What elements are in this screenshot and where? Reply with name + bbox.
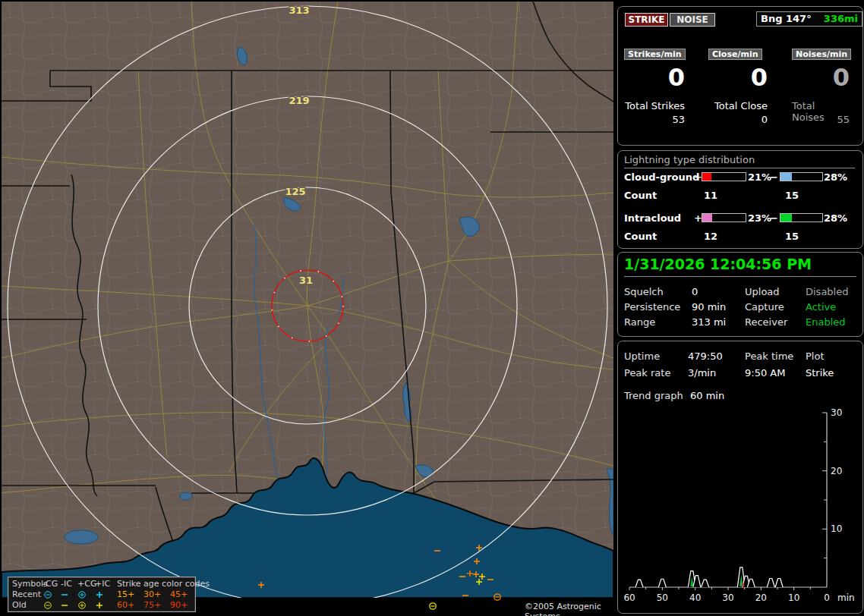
cg-minus-pct: 28% [824, 171, 847, 183]
strikes-rate: 0 [668, 64, 685, 90]
svg-text:50: 50 [657, 592, 668, 603]
cg-plus-bar [702, 172, 746, 181]
plot-label: Plot [806, 350, 825, 362]
peak-rate-value: 3/min [688, 367, 716, 379]
persistence-value: 90 min [692, 301, 726, 313]
ring-label-313: 313 [289, 5, 309, 16]
count-label: Count [624, 231, 657, 242]
age-code-30: 30+ [143, 590, 161, 599]
total-close-label: Total Close [714, 100, 768, 112]
total-strikes-label: Total Strikes [625, 100, 685, 112]
close-rate: 0 [751, 64, 768, 90]
plot-mode-value: Strike [806, 367, 834, 379]
peak-time-value: 9:50 AM [745, 367, 785, 379]
squelch-label: Squelch [624, 286, 664, 297]
receiver-label: Receiver [745, 316, 787, 328]
close-column: Close/min 0 Total Close 0 [708, 7, 768, 145]
circle-plus-icon [77, 590, 87, 599]
strikes-per-min-button[interactable]: Strikes/min [624, 49, 686, 60]
plus-icon [95, 590, 104, 599]
legend-ncg-header: -CG [43, 580, 58, 589]
total-strikes-value: 53 [672, 114, 685, 125]
svg-text:30: 30 [831, 407, 842, 418]
status-panel: 1/31/2026 12:04:56 PM Squelch 0 Upload D… [617, 252, 863, 337]
minus-sign: − [770, 212, 778, 224]
noises-column: Noises/min 0 Total Noises 55 [792, 7, 850, 145]
cg-plus-count: 11 [704, 190, 717, 201]
legend-pcg-header: +CG [77, 580, 96, 589]
age-code-15: 15+ [117, 590, 134, 599]
ic-plus-bar [702, 213, 746, 222]
cloud-ground-row: Cloud-ground + 21% − 28% [618, 171, 862, 182]
minus-icon [60, 601, 69, 610]
svg-text:20: 20 [755, 592, 767, 603]
map-canvas: 313 219 125 31 [2, 2, 613, 614]
capture-label: Capture [745, 301, 784, 313]
age-code-90: 90+ [170, 601, 188, 610]
capture-status: Active [806, 301, 836, 313]
minus-sign: − [770, 171, 778, 183]
ring-label-219: 219 [289, 95, 309, 106]
peak-rate-label: Peak rate [624, 367, 670, 379]
ic-minus-bar [780, 213, 823, 222]
legend-old-label: Old [12, 601, 27, 610]
intracloud-count-row: Count 12 15 [618, 231, 862, 241]
close-per-min-button[interactable]: Close/min [708, 49, 762, 60]
ring-label-125: 125 [285, 186, 305, 197]
count-label: Count [624, 190, 657, 201]
range-value: 313 mi [692, 316, 726, 328]
persistence-label: Persistence [624, 301, 680, 313]
total-close-value: 0 [762, 114, 768, 125]
cg-minus-bar [780, 172, 823, 181]
upload-status: Disabled [806, 286, 848, 297]
lightning-map[interactable]: 313 219 125 31 Symbols -CG -IC +CG +IC S… [2, 2, 613, 614]
noises-per-min-button[interactable]: Noises/min [792, 49, 851, 60]
ic-plus-count: 12 [704, 231, 717, 242]
plus-icon [95, 601, 104, 610]
circle-minus-icon [43, 590, 52, 599]
peak-time-label: Peak time [745, 350, 793, 362]
cg-plus-pct: 21% [748, 171, 771, 183]
svg-text:10: 10 [831, 523, 842, 534]
legend-age-header: Strike age color codes [117, 580, 210, 589]
intracloud-label: Intracloud [624, 212, 681, 224]
legend-recent-label: Recent [12, 590, 41, 599]
circle-plus-icon [77, 601, 87, 610]
age-code-45: 45+ [170, 590, 188, 599]
age-code-75: 75+ [143, 601, 161, 610]
nexstorm-window: 313 219 125 31 Symbols -CG -IC +CG +IC S… [0, 0, 864, 616]
minus-icon [60, 590, 69, 599]
ic-plus-pct: 23% [748, 212, 771, 224]
trend-graph-label: Trend graph [624, 390, 683, 401]
distribution-title: Lightning type distribution [624, 154, 855, 168]
range-label: Range [624, 316, 655, 328]
trend-graph: 1020306050403020100min [620, 405, 861, 608]
strikes-column: Strikes/min 0 Total Strikes 53 [624, 7, 685, 145]
noises-rate: 0 [833, 64, 850, 90]
ring-label-31: 31 [299, 275, 313, 286]
trend-window-value: 60 min [690, 390, 724, 401]
age-code-60: 60+ [117, 601, 134, 610]
total-noises-value: 55 [837, 114, 850, 125]
ic-minus-pct: 28% [824, 212, 847, 224]
legend-nic-header: -IC [61, 580, 72, 589]
svg-text:20: 20 [831, 466, 842, 476]
uptime-value: 479:50 [688, 350, 723, 362]
upload-label: Upload [745, 286, 780, 297]
map-legend: Symbols -CG -IC +CG +IC Strike age color… [8, 577, 196, 612]
svg-text:min: min [837, 592, 855, 603]
svg-text:30: 30 [722, 592, 733, 603]
svg-text:10: 10 [788, 592, 799, 603]
cloud-ground-count-row: Count 11 15 [618, 190, 862, 200]
legend-pic-header: +IC [95, 580, 110, 589]
counters-panel: STRIKE NOISE Bng 147° 336mi Strikes/min … [617, 6, 863, 146]
cg-minus-count: 15 [785, 190, 799, 201]
ic-minus-count: 15 [785, 231, 799, 242]
intracloud-row: Intracloud + 23% − 28% [618, 212, 862, 223]
svg-text:40: 40 [689, 592, 701, 603]
svg-text:0: 0 [824, 592, 830, 603]
squelch-value: 0 [692, 286, 698, 297]
svg-text:60: 60 [623, 592, 635, 603]
receiver-status: Enabled [806, 316, 846, 328]
datetime-display: 1/31/2026 12:04:56 PM [624, 256, 856, 277]
